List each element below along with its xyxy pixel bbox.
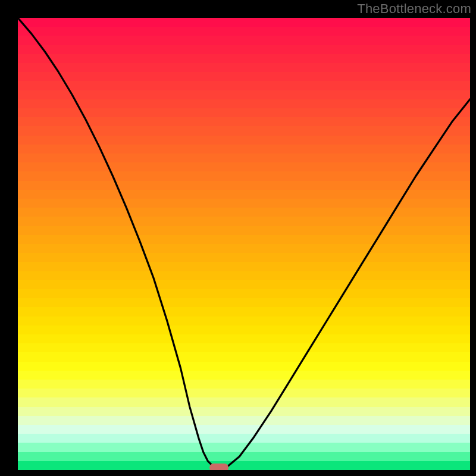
watermark-text: TheBottleneck.com	[357, 1, 471, 17]
optimum-marker	[209, 464, 228, 470]
chart-frame: TheBottleneck.com	[0, 0, 476, 476]
plot-area	[18, 18, 470, 470]
bottleneck-curve	[18, 18, 470, 470]
